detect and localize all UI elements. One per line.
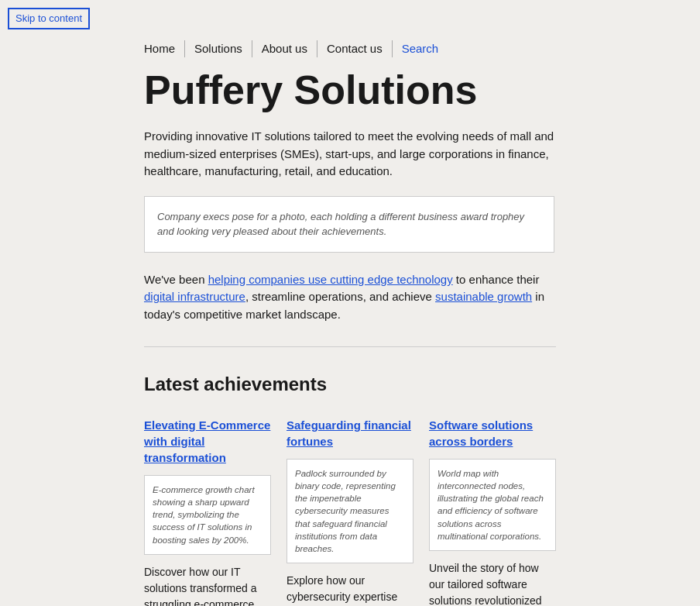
card-ecommerce: Elevating E-Commerce with digital transf… (144, 417, 271, 606)
cards-grid: Elevating E-Commerce with digital transf… (144, 417, 556, 606)
nav-contact[interactable]: Contact us (317, 40, 393, 58)
section-divider (144, 346, 556, 347)
achievements-heading: Latest achievements (144, 370, 556, 398)
card-software-body: Unveil the story of how our tailored sof… (429, 560, 556, 606)
card-ecommerce-image-caption: E-commerce growth chart showing a sharp … (153, 484, 262, 546)
card-software-image-caption: World map with interconnected nodes, ill… (438, 467, 547, 542)
hero-image-caption: Company execs pose for a photo, each hol… (157, 209, 541, 239)
desc-link-infrastructure[interactable]: digital infrastructure (144, 290, 245, 303)
desc-text-2: to enhance their (453, 273, 540, 286)
card-software-image: World map with interconnected nodes, ill… (429, 459, 556, 551)
card-ecommerce-body: Discover how our IT solutions transforme… (144, 564, 271, 606)
card-ecommerce-image: E-commerce growth chart showing a sharp … (144, 475, 271, 554)
desc-text-1: We've been (144, 273, 208, 286)
card-ecommerce-title[interactable]: Elevating E-Commerce with digital transf… (144, 417, 271, 466)
hero-image-box: Company execs pose for a photo, each hol… (144, 196, 554, 253)
desc-link-technology[interactable]: helping companies use cutting edge techn… (208, 273, 453, 286)
nav-about[interactable]: About us (252, 40, 317, 58)
main-nav: Home Solutions About us Contact us Searc… (0, 29, 700, 69)
card-financial-image-caption: Padlock surrounded by binary code, repre… (295, 467, 405, 555)
card-software-title[interactable]: Software solutions across borders (429, 417, 556, 449)
card-financial-title[interactable]: Safeguarding financial fortunes (287, 417, 413, 449)
intro-paragraph: Providing innovative IT solutions tailor… (144, 128, 554, 181)
card-software: Software solutions across borders World … (429, 417, 556, 606)
card-financial-image: Padlock surrounded by binary code, repre… (287, 459, 413, 563)
desc-text-3: , streamline operations, and achieve (245, 290, 435, 303)
card-financial: Safeguarding financial fortunes Padlock … (287, 417, 413, 606)
description-paragraph: We've been helping companies use cutting… (144, 271, 554, 324)
skip-to-content-link[interactable]: Skip to content (8, 8, 90, 29)
nav-solutions[interactable]: Solutions (185, 40, 252, 58)
main-content: Puffery Solutions Providing innovative I… (0, 68, 700, 606)
nav-home[interactable]: Home (144, 40, 185, 58)
page-title: Puffery Solutions (144, 68, 556, 112)
nav-search[interactable]: Search (393, 40, 448, 58)
card-financial-body: Explore how our cybersecurity expertise … (287, 573, 413, 606)
desc-link-growth[interactable]: sustainable growth (435, 290, 532, 303)
